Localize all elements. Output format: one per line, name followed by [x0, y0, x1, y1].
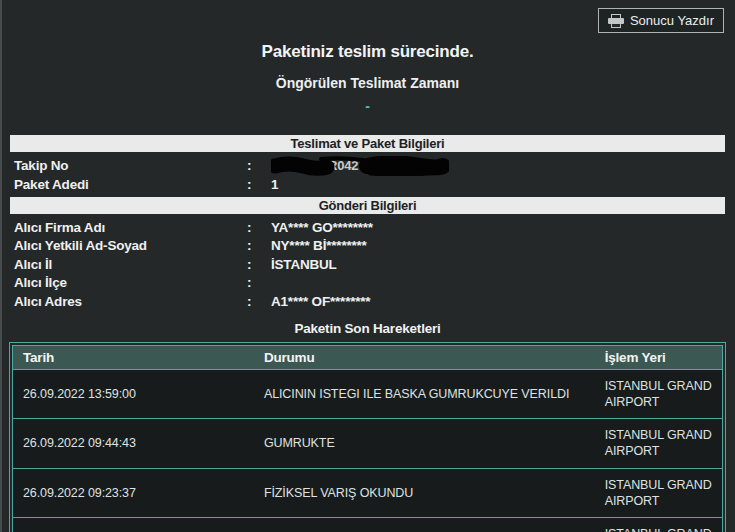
printer-icon [608, 14, 624, 28]
movement-row: 26.09.2022 09:44:43 GUMRUKTE ISTANBUL GR… [13, 419, 723, 469]
recipient-address-value: A1**** OF******** [271, 294, 370, 309]
recipient-address-label: Alıcı Adres [0, 294, 247, 309]
movements-header-row: Tarih Durumu İşlem Yeri [13, 345, 723, 369]
print-result-label: Sonucu Yazdır [630, 13, 714, 28]
colon: : [247, 238, 261, 253]
colon: : [247, 257, 261, 272]
movement-status: GUMRUKTE [254, 419, 595, 469]
recipient-company-row: Alıcı Firma Adı : YA**** GO******** [0, 218, 735, 237]
movement-location: ISTANBUL GRAND AIRPORT [595, 468, 723, 518]
column-header-status: Durumu [254, 345, 595, 369]
colon: : [247, 275, 261, 290]
movement-date: 26.09.2022 09:44:43 [13, 419, 254, 469]
tracking-page: Sonucu Yazdır Paketiniz teslim sürecinde… [0, 0, 735, 532]
recipient-contact-value: NY**** Bİ******** [271, 238, 367, 253]
recipient-city-value: İSTANBUL [271, 257, 337, 272]
movement-row: 26.09.2022 13:59:00 ALICININ ISTEGI ILE … [13, 369, 723, 419]
section-header-shipment: Gönderi Bilgileri [10, 197, 725, 214]
movement-location: ISTANBUL GRAND AIRPORT [595, 518, 723, 532]
package-count-value: 1 [271, 177, 278, 192]
movement-location: ISTANBUL GRAND AIRPORT [595, 419, 723, 469]
shipment-info: Alıcı Firma Adı : YA**** GO******** Alıc… [0, 218, 735, 311]
movement-location: ISTANBUL GRAND AIRPORT [595, 369, 723, 419]
recipient-company-value: YA**** GO******** [271, 220, 373, 235]
redacted-tracking-number: 3R042 [271, 156, 449, 176]
movement-date: 26.09.2022 13:59:00 [13, 369, 254, 419]
column-header-location: İşlem Yeri [595, 345, 723, 369]
movement-status: BİLGİSİ GELDİ [254, 518, 595, 532]
eta-value: - [0, 98, 735, 114]
package-count-label: Paket Adedi [0, 177, 247, 192]
movement-status: ALICININ ISTEGI ILE BASKA GUMRUKCUYE VER… [254, 369, 595, 419]
tracking-number-row: Takip No : 3R042 [0, 156, 735, 175]
recipient-district-label: Alıcı İlçe [0, 275, 247, 290]
tracking-number-value: 3R042 [271, 156, 449, 176]
package-count-row: Paket Adedi : 1 [0, 175, 735, 194]
recipient-company-label: Alıcı Firma Adı [0, 220, 247, 235]
movement-date: 26.09.2022 09:23:37 [13, 468, 254, 518]
recipient-contact-row: Alıcı Yetkili Ad-Soyad : NY**** Bİ******… [0, 237, 735, 256]
movements-table: Tarih Durumu İşlem Yeri 26.09.2022 13:59… [9, 342, 726, 532]
left-edge-divider [0, 0, 2, 532]
delivery-info: Takip No : 3R042 Paket Adedi : 1 [0, 156, 735, 194]
tracking-number-label: Takip No [0, 158, 247, 173]
recipient-district-row: Alıcı İlçe : [0, 274, 735, 293]
movement-row: 26.09.2022 09:23:37 FİZİKSEL VARIŞ OKUND… [13, 468, 723, 518]
recipient-contact-label: Alıcı Yetkili Ad-Soyad [0, 238, 247, 253]
recipient-city-row: Alıcı İl : İSTANBUL [0, 255, 735, 274]
movements-title: Paketin Son Hareketleri [0, 321, 735, 336]
eta-heading: Öngörülen Teslimat Zamanı [0, 75, 735, 91]
movement-status: FİZİKSEL VARIŞ OKUNDU [254, 468, 595, 518]
print-result-button[interactable]: Sonucu Yazdır [598, 8, 724, 33]
recipient-city-label: Alıcı İl [0, 257, 247, 272]
column-header-date: Tarih [13, 345, 254, 369]
redaction-scribble [271, 156, 449, 176]
section-header-delivery: Teslimat ve Paket Bilgileri [10, 135, 725, 152]
colon: : [247, 177, 261, 192]
movement-row: 26.09.2022 07:20:45 BİLGİSİ GELDİ ISTANB… [13, 518, 723, 532]
recipient-address-row: Alıcı Adres : A1**** OF******** [0, 292, 735, 311]
colon: : [247, 158, 261, 173]
colon: : [247, 220, 261, 235]
colon: : [247, 294, 261, 309]
movement-date: 26.09.2022 07:20:45 [13, 518, 254, 532]
